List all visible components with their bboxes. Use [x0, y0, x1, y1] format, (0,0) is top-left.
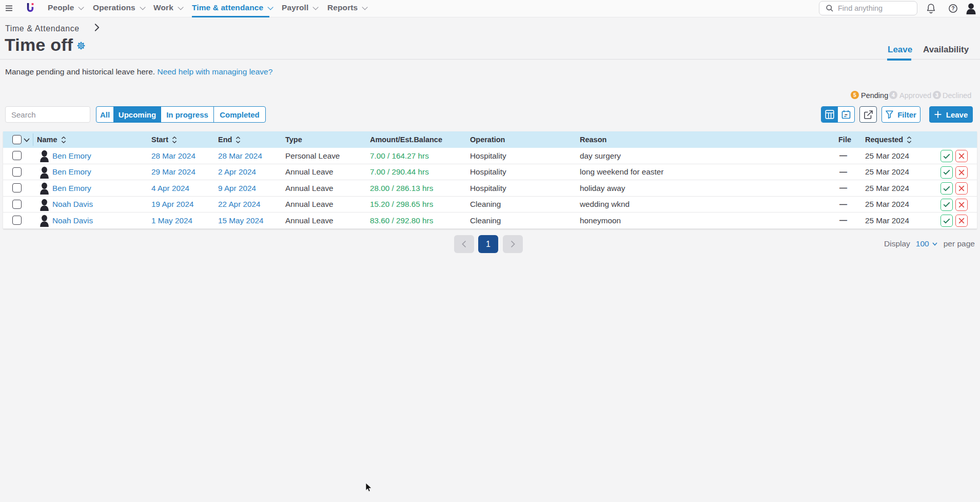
svg-text:?: ? — [951, 6, 954, 11]
